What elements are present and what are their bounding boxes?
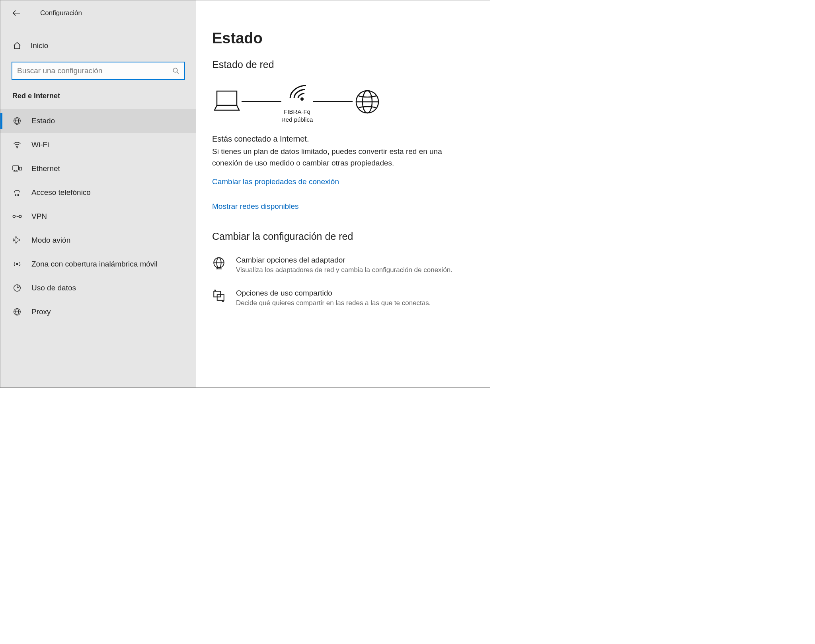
airplane-icon (12, 235, 22, 245)
search-input-container[interactable] (12, 62, 185, 80)
option-desc: Visualiza los adaptadores de red y cambi… (236, 265, 452, 275)
network-name: FIBRA-Fq (281, 108, 313, 116)
connector-line (242, 101, 281, 102)
svg-point-5 (173, 68, 177, 72)
connected-description: Si tienes un plan de datos limitado, pue… (212, 146, 467, 169)
globe-icon (12, 116, 22, 126)
link-change-connection-props[interactable]: Cambiar las propiedades de conexión (212, 177, 474, 186)
network-diagram: FIBRA-Fq Red pública (212, 80, 474, 123)
svg-point-25 (16, 195, 16, 196)
wifi-icon (12, 140, 22, 150)
sidebar-item-label: Wi-Fi (31, 140, 49, 149)
sidebar-item-airplane[interactable]: Modo avión (0, 228, 196, 252)
svg-rect-18 (19, 167, 22, 170)
sidebar-item-estado[interactable]: Estado (0, 109, 196, 133)
sidebar-item-dialup[interactable]: Acceso telefónico (0, 181, 196, 204)
sidebar-item-datausage[interactable]: Uso de datos (0, 276, 196, 300)
section-title-status: Estado de red (212, 59, 474, 70)
sidebar-home-label: Inicio (31, 41, 48, 50)
search-icon (172, 67, 179, 74)
sidebar-item-label: VPN (31, 212, 47, 221)
sidebar-item-label: Modo avión (31, 236, 70, 245)
sidebar-item-label: Zona con cobertura inalámbrica móvil (31, 260, 158, 268)
back-button[interactable] (12, 8, 21, 18)
sidebar-item-vpn[interactable]: VPN (0, 204, 196, 228)
sidebar-item-ethernet[interactable]: Ethernet (0, 157, 196, 181)
svg-point-27 (18, 195, 19, 196)
svg-point-22 (16, 194, 16, 195)
svg-point-13 (17, 147, 18, 148)
sidebar-category-title: Red e Internet (0, 92, 196, 109)
option-adapter[interactable]: Cambiar opciones del adaptador Visualiza… (212, 256, 474, 275)
sharing-icon (212, 290, 226, 304)
sidebar-home[interactable]: Inicio (0, 35, 196, 56)
page-title: Estado (212, 30, 474, 47)
sidebar-item-label: Acceso telefónico (31, 188, 91, 197)
app-title: Configuración (40, 9, 82, 17)
sidebar-item-label: Estado (31, 117, 55, 125)
sidebar-item-label: Uso de datos (31, 284, 76, 292)
network-type: Red pública (281, 116, 313, 124)
vpn-icon (12, 212, 22, 221)
link-show-networks[interactable]: Mostrar redes disponibles (212, 202, 474, 211)
wifi-icon (285, 80, 310, 108)
sidebar-item-label: Ethernet (31, 164, 60, 173)
option-title: Cambiar opciones del adaptador (236, 256, 452, 265)
laptop-icon (212, 88, 242, 116)
ethernet-icon (12, 164, 22, 173)
svg-point-26 (17, 195, 17, 196)
section-title-change: Cambiar la configuración de red (212, 231, 474, 242)
dialup-icon (12, 188, 22, 197)
option-title: Opciones de uso compartido (236, 289, 431, 298)
svg-point-28 (13, 215, 15, 218)
pie-icon (12, 283, 22, 293)
sidebar-item-proxy[interactable]: Proxy (0, 300, 196, 324)
globe-icon (12, 307, 22, 317)
hotspot-icon (12, 259, 22, 269)
sidebar-item-hotspot[interactable]: Zona con cobertura inalámbrica móvil (0, 252, 196, 276)
main-content[interactable]: Estado Estado de red FIBRA-Fq Red públic… (196, 0, 490, 387)
option-sharing[interactable]: Opciones de uso compartido Decide qué qu… (212, 289, 474, 308)
connected-heading: Estás conectado a Internet. (212, 134, 474, 144)
svg-point-24 (18, 194, 19, 195)
home-icon (12, 41, 22, 51)
svg-point-30 (16, 263, 18, 265)
svg-point-23 (17, 194, 17, 195)
svg-point-36 (301, 98, 303, 100)
adapter-icon (212, 257, 226, 271)
sidebar-item-wifi[interactable]: Wi-Fi (0, 133, 196, 157)
svg-line-6 (177, 72, 179, 74)
option-desc: Decide qué quieres compartir en las rede… (236, 298, 431, 308)
sidebar-item-label: Proxy (31, 307, 51, 316)
svg-point-29 (19, 215, 21, 218)
connector-line (313, 101, 353, 102)
svg-rect-14 (13, 166, 19, 170)
svg-rect-35 (217, 91, 237, 105)
globe-icon (353, 88, 382, 116)
search-input[interactable] (17, 66, 172, 75)
